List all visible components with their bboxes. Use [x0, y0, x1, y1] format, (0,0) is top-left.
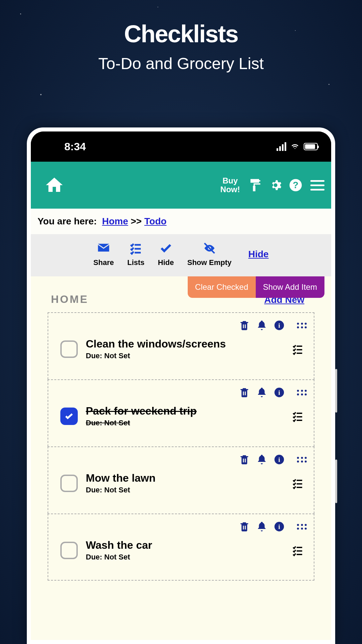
- share-button[interactable]: Share: [94, 241, 114, 267]
- svg-text:?: ?: [293, 180, 299, 190]
- task-checkbox[interactable]: [60, 340, 78, 358]
- drag-handle-icon[interactable]: [297, 457, 307, 463]
- show-empty-button[interactable]: Show Empty: [187, 241, 232, 267]
- eye-slash-icon: [203, 241, 216, 255]
- task-checkbox[interactable]: [60, 542, 78, 559]
- section-title: HOME: [51, 293, 88, 306]
- trash-icon[interactable]: [239, 454, 250, 465]
- buy-now-button[interactable]: Buy Now!: [220, 176, 240, 194]
- task-item: i Wash the car Due: Not Set: [48, 514, 314, 581]
- task-item: i Clean the windows/screens Due: Not Set: [48, 312, 314, 379]
- task-checkbox[interactable]: [60, 408, 78, 425]
- paint-roller-icon[interactable]: [247, 177, 263, 193]
- status-bar: 8:34: [31, 131, 331, 162]
- content-area: Clear Checked Show Add Item HOME Add New…: [31, 276, 331, 640]
- task-title: Mow the lawn: [86, 472, 284, 484]
- bell-icon[interactable]: [256, 320, 267, 331]
- svg-text:i: i: [278, 389, 280, 396]
- drag-handle-icon[interactable]: [297, 390, 307, 395]
- list-icon[interactable]: [292, 477, 304, 489]
- promo-subtitle: To-Do and Grocery List: [0, 54, 362, 73]
- task-item: i Pack for weekend trip Due: Not Set: [48, 379, 314, 446]
- clear-checked-button[interactable]: Clear Checked: [188, 276, 256, 298]
- envelope-icon: [97, 241, 110, 255]
- info-icon[interactable]: i: [274, 320, 285, 331]
- signal-icon: [277, 142, 286, 151]
- task-title: Wash the car: [86, 539, 284, 551]
- list-icon[interactable]: [292, 544, 304, 556]
- task-due: Due: Not Set: [86, 486, 284, 494]
- svg-text:i: i: [278, 523, 280, 530]
- task-title: Clean the windows/screens: [86, 338, 284, 350]
- drag-handle-icon[interactable]: [297, 524, 307, 530]
- status-time: 8:34: [64, 141, 86, 153]
- lists-button[interactable]: Lists: [127, 241, 144, 267]
- task-title: Pack for weekend trip: [86, 405, 284, 417]
- task-checkbox[interactable]: [60, 475, 78, 492]
- drag-handle-icon[interactable]: [297, 323, 307, 328]
- info-icon[interactable]: i: [274, 521, 285, 532]
- breadcrumb-todo-link[interactable]: Todo: [144, 216, 167, 226]
- help-icon[interactable]: ?: [288, 177, 304, 193]
- task-due: Due: Not Set: [86, 553, 284, 561]
- app-header: Buy Now! ?: [31, 162, 331, 209]
- info-icon[interactable]: i: [274, 454, 285, 465]
- toolbar: Share Lists Hide Show Empty Hide: [31, 234, 331, 276]
- promo-title: Checklists: [0, 20, 362, 48]
- battery-icon: [304, 143, 318, 150]
- list-check-icon: [129, 241, 142, 255]
- list-icon[interactable]: [292, 343, 304, 355]
- task-item: i Mow the lawn Due: Not Set: [48, 446, 314, 514]
- bell-icon[interactable]: [256, 387, 267, 398]
- breadcrumb: You are here: Home >> Todo: [31, 209, 331, 234]
- task-due: Due: Not Set: [86, 419, 284, 427]
- info-icon[interactable]: i: [274, 387, 285, 398]
- svg-text:i: i: [278, 322, 280, 329]
- bell-icon[interactable]: [256, 521, 267, 532]
- trash-icon[interactable]: [239, 320, 250, 331]
- show-add-item-button[interactable]: Show Add Item: [256, 276, 324, 298]
- list-icon[interactable]: [292, 410, 304, 422]
- check-icon: [159, 241, 173, 255]
- gear-icon[interactable]: [267, 177, 284, 193]
- breadcrumb-home-link[interactable]: Home: [102, 216, 128, 226]
- hide-link[interactable]: Hide: [248, 249, 269, 260]
- svg-text:i: i: [278, 456, 280, 463]
- phone-frame: 8:34 Buy Now! ?: [27, 127, 335, 644]
- bell-icon[interactable]: [256, 454, 267, 465]
- trash-icon[interactable]: [239, 387, 250, 398]
- home-icon[interactable]: [44, 175, 64, 195]
- trash-icon[interactable]: [239, 521, 250, 532]
- hide-button[interactable]: Hide: [158, 241, 174, 267]
- menu-icon[interactable]: [310, 180, 324, 191]
- task-due: Due: Not Set: [86, 352, 284, 360]
- wifi-icon: [290, 143, 300, 150]
